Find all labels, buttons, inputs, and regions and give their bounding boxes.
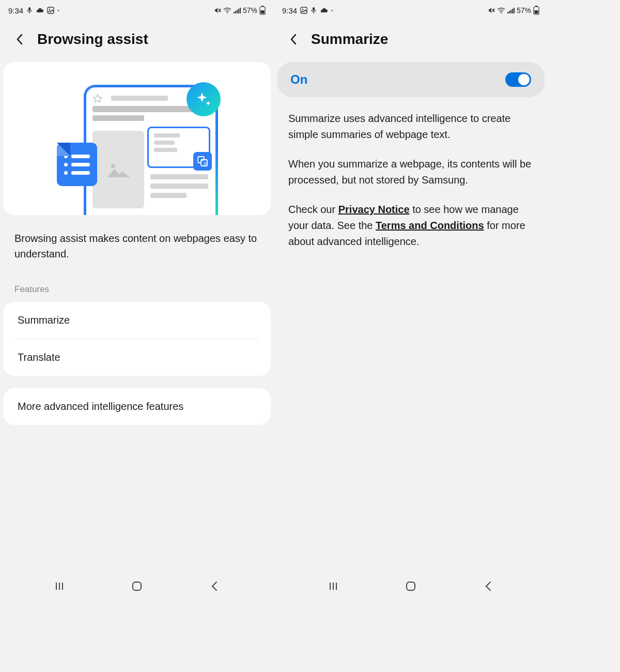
image-icon	[47, 7, 54, 14]
recents-button[interactable]	[326, 579, 340, 593]
svg-rect-9	[238, 9, 239, 13]
summarize-description-2: When you summarize a webpage, its conten…	[274, 156, 548, 188]
terms-link[interactable]: Terms and Conditions	[376, 220, 484, 231]
dot-icon: •	[57, 8, 59, 13]
battery-icon	[259, 6, 266, 15]
mute-icon	[488, 7, 495, 14]
svg-rect-8	[237, 10, 238, 13]
svg-rect-10	[240, 8, 241, 13]
hero-illustration-card: Aあ	[3, 62, 271, 215]
summarize-screen: 9:34 • 57% Summarize On Summarize uses a…	[274, 0, 548, 600]
mic-icon	[311, 7, 317, 14]
toggle-knob	[518, 74, 530, 85]
svg-rect-30	[509, 11, 510, 13]
svg-rect-13	[261, 10, 265, 14]
svg-rect-25	[313, 7, 315, 11]
back-button[interactable]	[14, 34, 25, 44]
signal-icon	[507, 7, 515, 13]
header: Browsing assist	[0, 19, 274, 62]
nav-back-button[interactable]	[207, 579, 222, 593]
svg-point-28	[501, 12, 502, 13]
features-card: Summarize Translate	[3, 302, 271, 376]
more-features[interactable]: More advanced intelligence features	[3, 388, 271, 425]
cloud-icon	[320, 7, 328, 13]
svg-rect-36	[535, 10, 538, 14]
signal-icon	[234, 7, 241, 13]
page-title: Browsing assist	[37, 31, 148, 48]
summarize-toggle-row[interactable]: On	[277, 62, 545, 97]
nav-back-button[interactable]	[481, 579, 495, 593]
battery-pct: 57%	[517, 6, 531, 14]
svg-point-24	[302, 9, 303, 10]
wifi-icon	[497, 7, 505, 13]
status-time: 9:34	[8, 6, 23, 15]
more-features-card: More advanced intelligence features	[3, 388, 271, 425]
svg-rect-6	[234, 12, 235, 13]
cloud-icon	[36, 7, 44, 13]
summarize-description-1: Summarize uses advanced intelligence to …	[274, 111, 548, 143]
dot-icon: •	[331, 8, 333, 13]
mic-icon	[26, 7, 33, 14]
svg-rect-29	[507, 12, 508, 13]
toggle-label: On	[290, 72, 307, 87]
battery-pct: 57%	[243, 6, 257, 14]
svg-rect-0	[28, 7, 30, 11]
home-button[interactable]	[130, 579, 144, 593]
status-bar: 9:34 • 57%	[0, 0, 274, 19]
summarize-description-3: Check our Privacy Notice to see how we m…	[274, 202, 548, 250]
svg-rect-22	[133, 582, 141, 590]
translate-icon: Aあ	[193, 152, 212, 171]
svg-rect-32	[512, 9, 513, 13]
star-outline-icon	[92, 94, 103, 104]
image-icon	[300, 7, 307, 14]
recents-button[interactable]	[52, 579, 67, 593]
browsing-assist-screen: 9:34 • 57% Browsing assist	[0, 0, 274, 600]
svg-rect-40	[407, 582, 415, 590]
back-button[interactable]	[288, 34, 299, 44]
mute-icon	[214, 7, 221, 14]
toggle-switch[interactable]	[505, 72, 531, 87]
features-label: Features	[0, 266, 274, 302]
svg-point-14	[111, 164, 115, 168]
privacy-notice-link[interactable]: Privacy Notice	[338, 204, 410, 215]
svg-point-2	[49, 9, 50, 10]
status-bar: 9:34 • 57%	[274, 0, 548, 19]
wifi-icon	[223, 7, 231, 13]
svg-point-5	[227, 12, 228, 13]
feature-translate[interactable]: Translate	[3, 339, 271, 376]
nav-bar	[0, 573, 274, 600]
svg-rect-33	[514, 8, 515, 13]
svg-rect-7	[235, 11, 236, 13]
status-time: 9:34	[282, 6, 297, 15]
nav-bar	[274, 573, 548, 600]
page-title: Summarize	[311, 31, 388, 48]
svg-text:あ: あ	[204, 161, 207, 165]
home-button[interactable]	[404, 579, 418, 593]
description-text: Browsing assist makes content on webpage…	[0, 221, 274, 266]
feature-summarize[interactable]: Summarize	[3, 302, 271, 339]
header: Summarize	[274, 19, 548, 62]
sparkle-icon	[187, 82, 221, 116]
svg-rect-31	[510, 10, 512, 13]
battery-icon	[533, 6, 539, 15]
